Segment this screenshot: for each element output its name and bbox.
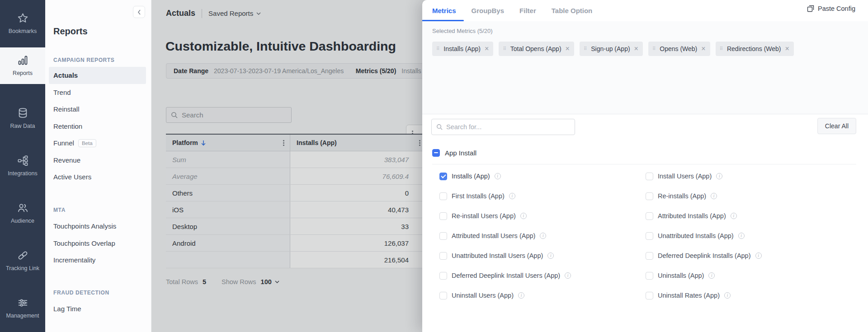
- sidebar-item-retention[interactable]: Retention: [45, 118, 151, 135]
- metric-chip[interactable]: Redirections (Web): [716, 42, 794, 56]
- tab-metrics[interactable]: Metrics: [432, 7, 456, 14]
- nav-item-tracking-link[interactable]: Tracking Link: [0, 237, 45, 285]
- metric-chip[interactable]: Opens (Web): [648, 42, 710, 56]
- metric-chip[interactable]: Total Opens (App): [499, 42, 574, 56]
- checkbox[interactable]: [439, 232, 447, 240]
- checkbox[interactable]: [439, 272, 447, 280]
- drag-handle-icon[interactable]: [503, 47, 506, 51]
- metric-option[interactable]: Re-installs (App): [646, 192, 852, 200]
- item-label: Trend: [53, 89, 71, 96]
- info-icon[interactable]: [755, 253, 762, 259]
- paste-config-button[interactable]: Paste Config: [807, 5, 855, 12]
- info-icon[interactable]: [711, 193, 717, 199]
- remove-chip-icon[interactable]: [634, 45, 638, 52]
- sidebar-item-lag-time[interactable]: Lag Time: [45, 300, 151, 318]
- info-icon[interactable]: [540, 233, 546, 239]
- info-icon[interactable]: [547, 253, 554, 259]
- nav-item-audience[interactable]: Audience: [0, 190, 45, 237]
- info-icon[interactable]: [716, 173, 722, 179]
- drag-handle-icon[interactable]: [652, 47, 656, 51]
- tab-table-option[interactable]: Table Option: [552, 7, 593, 14]
- clear-all-button[interactable]: Clear All: [817, 118, 856, 134]
- info-icon[interactable]: [520, 213, 527, 219]
- report-config-bar[interactable]: Date Range 2023-07-13-2023-07-19 America…: [166, 63, 446, 79]
- metric-option[interactable]: Unattributed Installs (App): [646, 232, 852, 240]
- sidebar-item-reinstall[interactable]: Reinstall: [45, 101, 151, 118]
- checkbox[interactable]: [646, 232, 653, 240]
- column-menu-icon[interactable]: [283, 135, 284, 151]
- sidebar-item-revenue[interactable]: Revenue: [45, 152, 151, 169]
- remove-chip-icon[interactable]: [785, 45, 789, 52]
- drag-handle-icon[interactable]: [436, 47, 439, 51]
- info-icon[interactable]: [518, 292, 524, 299]
- checkbox[interactable]: [439, 252, 447, 260]
- remove-chip-icon[interactable]: [701, 45, 705, 52]
- drag-handle-icon[interactable]: [584, 47, 587, 51]
- nav-item-management[interactable]: Management: [0, 285, 45, 332]
- date-range-label: Date Range: [174, 67, 208, 75]
- tab-groupbys[interactable]: GroupBys: [472, 7, 505, 14]
- column-header-installs-app[interactable]: Installs (App): [290, 135, 426, 151]
- sidebar-item-active-users[interactable]: Active Users: [45, 168, 151, 186]
- sidebar-item-trend[interactable]: Trend: [45, 84, 151, 101]
- metric-group-app-install[interactable]: App Install: [432, 149, 476, 157]
- sidebar-item-touchpoints-overlap[interactable]: Touchpoints Overlap: [45, 235, 151, 252]
- metrics-count-label: Metrics (5/20): [356, 67, 396, 75]
- tab-filter[interactable]: Filter: [519, 7, 536, 14]
- info-icon[interactable]: [495, 173, 501, 179]
- checkbox[interactable]: [646, 192, 653, 200]
- metric-option[interactable]: Deferred Deeplink Install Users (App): [439, 272, 646, 280]
- metric-option[interactable]: Uninstalls (App): [646, 272, 852, 280]
- sidebar-item-touchpoints-analysis[interactable]: Touchpoints Analysis: [45, 218, 151, 235]
- sidebar-item-actuals[interactable]: Actuals: [49, 67, 146, 84]
- beta-badge: Beta: [78, 139, 96, 147]
- checkbox[interactable]: [439, 192, 447, 200]
- nav-item-raw-data[interactable]: Raw Data: [0, 95, 45, 142]
- checkbox[interactable]: [646, 252, 653, 260]
- column-menu-icon[interactable]: [419, 135, 420, 151]
- metric-search-input[interactable]: [446, 123, 570, 131]
- checkbox[interactable]: [439, 212, 447, 220]
- drag-handle-icon[interactable]: [720, 47, 723, 51]
- metric-option[interactable]: Uninstall Users (App): [439, 292, 646, 299]
- sidebar-item-funnel[interactable]: Funnel Beta: [45, 135, 151, 152]
- search-input[interactable]: [182, 111, 287, 119]
- collapse-sidebar-button[interactable]: [133, 6, 145, 18]
- metric-option[interactable]: Uninstall Rates (App): [646, 292, 852, 299]
- nav-label: Tracking Link: [6, 265, 39, 272]
- metric-option[interactable]: Unattributed Install Users (App): [439, 252, 646, 260]
- metric-option[interactable]: Installs (App): [439, 173, 646, 180]
- metric-chip[interactable]: Installs (App): [432, 42, 493, 56]
- metric-option[interactable]: Attributed Install Users (App): [439, 232, 646, 240]
- info-icon[interactable]: [565, 272, 571, 279]
- metric-option[interactable]: Deferred Deeplink Installs (App): [646, 252, 852, 260]
- metric-option[interactable]: First Installs (App): [439, 192, 646, 200]
- saved-reports-menu[interactable]: Saved Reports: [208, 9, 261, 17]
- remove-chip-icon[interactable]: [566, 45, 570, 52]
- checkbox[interactable]: [646, 212, 653, 220]
- remove-chip-icon[interactable]: [485, 45, 489, 52]
- metric-option[interactable]: Re-install Users (App): [439, 212, 646, 220]
- checkbox[interactable]: [646, 173, 653, 180]
- metric-option[interactable]: Install Users (App): [646, 173, 852, 180]
- info-icon[interactable]: [708, 272, 715, 279]
- checkbox-checked[interactable]: [439, 173, 447, 180]
- nav-item-bookmarks[interactable]: Bookmarks: [0, 0, 45, 47]
- nav-item-reports[interactable]: Reports: [0, 47, 45, 84]
- info-icon[interactable]: [509, 193, 515, 199]
- checkbox[interactable]: [646, 272, 653, 280]
- column-header-platform[interactable]: Platform: [166, 135, 290, 151]
- checkbox[interactable]: [646, 292, 653, 299]
- show-rows-select[interactable]: 100: [261, 278, 279, 285]
- kebab-menu-icon: [283, 142, 284, 144]
- info-icon[interactable]: [738, 233, 745, 239]
- nav-item-integrations[interactable]: Integrations: [0, 142, 45, 190]
- checkbox[interactable]: [439, 292, 447, 299]
- info-icon[interactable]: [731, 213, 737, 219]
- info-icon[interactable]: [724, 292, 731, 299]
- metric-option[interactable]: Attributed Installs (App): [646, 212, 852, 220]
- metric-chip[interactable]: Sign-up (App): [580, 42, 643, 56]
- group-checkbox-indeterminate[interactable]: [432, 149, 440, 157]
- sidebar-item-incrementality[interactable]: Incrementality: [45, 252, 151, 269]
- table-row: iOS 40,473: [166, 201, 426, 218]
